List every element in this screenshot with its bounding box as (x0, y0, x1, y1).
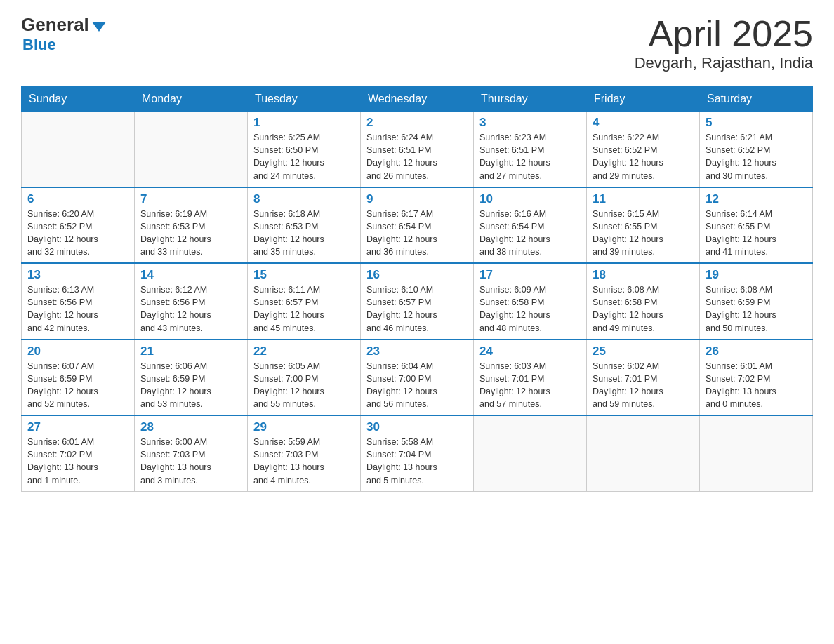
day-number: 22 (253, 344, 355, 358)
day-info: Sunrise: 6:03 AM Sunset: 7:01 PM Dayligh… (479, 360, 581, 411)
day-number: 18 (593, 268, 694, 282)
day-number: 21 (140, 344, 241, 358)
day-info: Sunrise: 6:20 AM Sunset: 6:52 PM Dayligh… (27, 208, 128, 259)
calendar-cell: 16Sunrise: 6:10 AM Sunset: 6:57 PM Dayli… (361, 263, 474, 340)
day-info: Sunrise: 6:09 AM Sunset: 6:58 PM Dayligh… (479, 283, 581, 335)
calendar-cell: 26Sunrise: 6:01 AM Sunset: 7:02 PM Dayli… (700, 340, 813, 416)
day-number: 29 (253, 420, 355, 434)
header: General Blue April 2025 Devgarh, Rajasth… (21, 14, 813, 72)
calendar-cell: 6Sunrise: 6:20 AM Sunset: 6:52 PM Daylig… (22, 187, 135, 264)
logo: General Blue (21, 14, 106, 54)
day-info: Sunrise: 6:17 AM Sunset: 6:54 PM Dayligh… (366, 208, 468, 259)
day-number: 12 (706, 192, 807, 206)
day-number: 13 (27, 268, 128, 282)
day-info: Sunrise: 6:07 AM Sunset: 6:59 PM Dayligh… (27, 360, 128, 411)
day-info: Sunrise: 6:04 AM Sunset: 7:00 PM Dayligh… (366, 360, 468, 411)
day-info: Sunrise: 6:25 AM Sunset: 6:50 PM Dayligh… (253, 131, 355, 182)
calendar-cell: 27Sunrise: 6:01 AM Sunset: 7:02 PM Dayli… (22, 415, 135, 491)
weekday-header-friday: Friday (587, 87, 700, 112)
weekday-header-monday: Monday (135, 87, 248, 112)
day-number: 14 (140, 268, 241, 282)
calendar-cell: 5Sunrise: 6:21 AM Sunset: 6:52 PM Daylig… (700, 112, 813, 187)
calendar-week-row: 1Sunrise: 6:25 AM Sunset: 6:50 PM Daylig… (22, 112, 813, 187)
calendar-cell: 7Sunrise: 6:19 AM Sunset: 6:53 PM Daylig… (135, 187, 248, 264)
day-info: Sunrise: 6:01 AM Sunset: 7:02 PM Dayligh… (27, 436, 128, 487)
calendar-cell (700, 415, 813, 491)
calendar-cell: 17Sunrise: 6:09 AM Sunset: 6:58 PM Dayli… (474, 263, 587, 340)
calendar-cell: 8Sunrise: 6:18 AM Sunset: 6:53 PM Daylig… (248, 187, 361, 264)
day-info: Sunrise: 6:23 AM Sunset: 6:51 PM Dayligh… (479, 131, 581, 182)
day-number: 17 (479, 268, 581, 282)
day-number: 23 (366, 344, 468, 358)
calendar-week-row: 20Sunrise: 6:07 AM Sunset: 6:59 PM Dayli… (22, 340, 813, 416)
calendar-cell: 14Sunrise: 6:12 AM Sunset: 6:56 PM Dayli… (135, 263, 248, 340)
calendar-cell: 11Sunrise: 6:15 AM Sunset: 6:55 PM Dayli… (587, 187, 700, 264)
day-info: Sunrise: 6:15 AM Sunset: 6:55 PM Dayligh… (593, 208, 694, 259)
day-info: Sunrise: 6:19 AM Sunset: 6:53 PM Dayligh… (140, 208, 241, 259)
day-info: Sunrise: 6:05 AM Sunset: 7:00 PM Dayligh… (253, 360, 355, 411)
calendar-cell: 22Sunrise: 6:05 AM Sunset: 7:00 PM Dayli… (248, 340, 361, 416)
calendar-cell: 12Sunrise: 6:14 AM Sunset: 6:55 PM Dayli… (700, 187, 813, 264)
weekday-header-sunday: Sunday (22, 87, 135, 112)
day-number: 19 (706, 268, 807, 282)
calendar-cell (22, 112, 135, 187)
day-info: Sunrise: 6:11 AM Sunset: 6:57 PM Dayligh… (253, 283, 355, 335)
weekday-header-tuesday: Tuesday (248, 87, 361, 112)
weekday-header-row: SundayMondayTuesdayWednesdayThursdayFrid… (22, 87, 813, 112)
calendar-cell: 1Sunrise: 6:25 AM Sunset: 6:50 PM Daylig… (248, 112, 361, 187)
day-number: 27 (27, 420, 128, 434)
day-info: Sunrise: 6:10 AM Sunset: 6:57 PM Dayligh… (366, 283, 468, 335)
day-number: 8 (253, 192, 355, 206)
day-number: 9 (366, 192, 468, 206)
weekday-header-saturday: Saturday (700, 87, 813, 112)
day-number: 25 (593, 344, 694, 358)
day-number: 26 (706, 344, 807, 358)
calendar-cell: 4Sunrise: 6:22 AM Sunset: 6:52 PM Daylig… (587, 112, 700, 187)
calendar-cell: 2Sunrise: 6:24 AM Sunset: 6:51 PM Daylig… (361, 112, 474, 187)
day-info: Sunrise: 6:24 AM Sunset: 6:51 PM Dayligh… (366, 131, 468, 182)
day-info: Sunrise: 6:06 AM Sunset: 6:59 PM Dayligh… (140, 360, 241, 411)
page: General Blue April 2025 Devgarh, Rajasth… (0, 0, 834, 506)
calendar-table: SundayMondayTuesdayWednesdayThursdayFrid… (21, 86, 813, 492)
day-number: 15 (253, 268, 355, 282)
day-info: Sunrise: 6:14 AM Sunset: 6:55 PM Dayligh… (706, 208, 807, 259)
day-number: 5 (706, 116, 807, 130)
calendar-cell: 9Sunrise: 6:17 AM Sunset: 6:54 PM Daylig… (361, 187, 474, 264)
location-title: Devgarh, Rajasthan, India (635, 54, 813, 72)
day-info: Sunrise: 6:13 AM Sunset: 6:56 PM Dayligh… (27, 283, 128, 335)
day-number: 1 (253, 116, 355, 130)
calendar-cell: 18Sunrise: 6:08 AM Sunset: 6:58 PM Dayli… (587, 263, 700, 340)
day-info: Sunrise: 6:02 AM Sunset: 7:01 PM Dayligh… (593, 360, 694, 411)
day-number: 3 (479, 116, 581, 130)
day-number: 7 (140, 192, 241, 206)
calendar-cell: 19Sunrise: 6:08 AM Sunset: 6:59 PM Dayli… (700, 263, 813, 340)
day-number: 24 (479, 344, 581, 358)
calendar-cell (474, 415, 587, 491)
day-number: 2 (366, 116, 468, 130)
logo-arrow-icon (92, 22, 106, 32)
calendar-cell: 25Sunrise: 6:02 AM Sunset: 7:01 PM Dayli… (587, 340, 700, 416)
weekday-header-thursday: Thursday (474, 87, 587, 112)
logo-blue-text: Blue (22, 36, 56, 53)
calendar-cell: 30Sunrise: 5:58 AM Sunset: 7:04 PM Dayli… (361, 415, 474, 491)
day-number: 20 (27, 344, 128, 358)
calendar-cell: 21Sunrise: 6:06 AM Sunset: 6:59 PM Dayli… (135, 340, 248, 416)
calendar-cell: 28Sunrise: 6:00 AM Sunset: 7:03 PM Dayli… (135, 415, 248, 491)
calendar-cell: 23Sunrise: 6:04 AM Sunset: 7:00 PM Dayli… (361, 340, 474, 416)
day-info: Sunrise: 6:18 AM Sunset: 6:53 PM Dayligh… (253, 208, 355, 259)
day-number: 28 (140, 420, 241, 434)
day-number: 16 (366, 268, 468, 282)
calendar-cell: 24Sunrise: 6:03 AM Sunset: 7:01 PM Dayli… (474, 340, 587, 416)
day-info: Sunrise: 6:01 AM Sunset: 7:02 PM Dayligh… (706, 360, 807, 411)
calendar-week-row: 13Sunrise: 6:13 AM Sunset: 6:56 PM Dayli… (22, 263, 813, 340)
calendar-cell: 15Sunrise: 6:11 AM Sunset: 6:57 PM Dayli… (248, 263, 361, 340)
logo-general-text: General (21, 14, 89, 36)
day-number: 6 (27, 192, 128, 206)
calendar-cell: 10Sunrise: 6:16 AM Sunset: 6:54 PM Dayli… (474, 187, 587, 264)
calendar-cell (587, 415, 700, 491)
day-number: 4 (593, 116, 694, 130)
day-info: Sunrise: 5:59 AM Sunset: 7:03 PM Dayligh… (253, 436, 355, 487)
day-info: Sunrise: 6:00 AM Sunset: 7:03 PM Dayligh… (140, 436, 241, 487)
calendar-week-row: 6Sunrise: 6:20 AM Sunset: 6:52 PM Daylig… (22, 187, 813, 264)
month-title: April 2025 (635, 14, 813, 54)
